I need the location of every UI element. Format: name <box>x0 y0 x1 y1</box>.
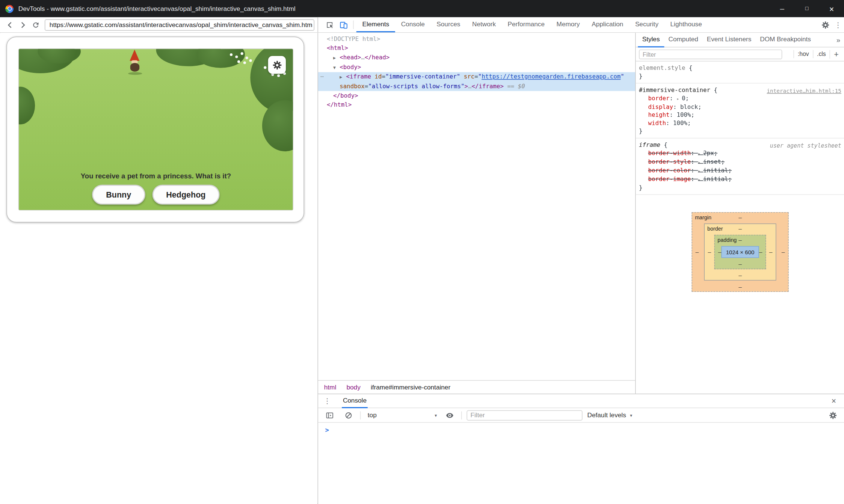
tab-performance[interactable]: Performance <box>502 17 551 32</box>
styles-tab-dom-breakpoints[interactable]: DOM Breakpoints <box>756 33 815 47</box>
breadcrumb-item[interactable]: html <box>324 383 336 391</box>
console-settings-button[interactable] <box>826 409 839 421</box>
margin-bottom-value: – <box>738 284 742 290</box>
new-style-rule-button[interactable]: + <box>830 50 841 59</box>
maximize-button[interactable]: □ <box>794 0 819 17</box>
chevron-down-icon: ▼ <box>434 413 438 417</box>
styles-tab-event-listeners[interactable]: Event Listeners <box>702 33 755 47</box>
forward-icon <box>18 21 26 29</box>
tabbar-separator <box>353 20 353 29</box>
box-model-margin[interactable]: margin – – – – border – – – – padding – <box>692 212 789 292</box>
padding-right-value: – <box>759 249 762 255</box>
element-classes-button[interactable]: .cls <box>813 50 830 58</box>
minimize-button[interactable]: – <box>770 0 794 17</box>
styles-filter-input[interactable] <box>639 49 782 59</box>
console-drawer: ⋮ Console × top ▼ Default levels ▼ <box>318 394 844 504</box>
css-selector[interactable]: element.style <box>639 65 685 72</box>
clear-console-button[interactable] <box>341 409 355 421</box>
drawer-close-button[interactable]: × <box>828 396 840 405</box>
styles-tabs-more-holder: » <box>832 33 844 47</box>
console-sidebar-button[interactable] <box>322 409 336 421</box>
css-selector[interactable]: #immersive-container <box>639 87 710 94</box>
inspect-icon <box>325 21 333 29</box>
css-rule-source[interactable]: interactive…him.html:15 <box>767 87 841 95</box>
live-expression-button[interactable] <box>442 409 456 421</box>
tab-application[interactable]: Application <box>586 17 629 32</box>
tab-sources[interactable]: Sources <box>431 17 467 32</box>
styles-sidebar: StylesComputedEvent ListenersDOM Breakpo… <box>635 33 844 394</box>
drawer-tab-console[interactable]: Console <box>342 394 368 408</box>
dom-tree-row[interactable]: sandbox="allow-scripts allow-forms">…</i… <box>318 82 635 91</box>
back-button[interactable] <box>3 18 16 31</box>
tab-security[interactable]: Security <box>629 17 664 32</box>
answer-button-bunny[interactable]: Bunny <box>92 185 145 205</box>
dom-tree-row[interactable]: </html> <box>318 100 635 109</box>
dom-tree-row[interactable]: ⋯▶<iframe id="immersive-container" src="… <box>318 72 635 82</box>
devtools-window: DevTools - www.gstatic.com/assistant/int… <box>0 0 844 504</box>
css-selector[interactable]: iframe <box>639 142 660 149</box>
tab-network[interactable]: Network <box>466 17 502 32</box>
console-output: > <box>318 423 844 434</box>
dom-tree: <!DOCTYPE html><html>▶<head>…</head>▼<bo… <box>318 35 635 109</box>
bush <box>18 87 35 124</box>
flowers <box>230 53 233 56</box>
answer-button-hedgehog[interactable]: Hedgehog <box>152 185 220 205</box>
border-right-value: – <box>769 249 773 255</box>
margin-left-value: – <box>696 249 699 255</box>
dom-tree-row[interactable]: </body> <box>318 91 635 100</box>
dom-tree-row[interactable]: <html> <box>318 44 635 53</box>
box-model-border-label: border <box>707 226 723 232</box>
css-property[interactable]: width: 100%; <box>639 119 841 127</box>
dom-tree-row[interactable]: ▼<body> <box>318 62 635 72</box>
box-model: margin – – – – border – – – – padding – <box>636 195 844 292</box>
window-controls: – □ × <box>770 0 844 17</box>
reload-icon <box>32 21 39 29</box>
border-left-value: – <box>708 249 711 255</box>
tab-lighthouse[interactable]: Lighthouse <box>664 17 708 32</box>
console-toolbar: top ▼ Default levels ▼ <box>318 408 844 423</box>
address-bar[interactable]: https://www.gstatic.com/assistant/intera… <box>45 19 314 30</box>
gnome-body <box>130 63 139 72</box>
console-prompt[interactable]: > <box>318 427 844 434</box>
drawer-menu-button[interactable]: ⋮ <box>322 397 332 405</box>
log-levels-selector[interactable]: Default levels ▼ <box>587 411 633 419</box>
styles-tab-styles[interactable]: Styles <box>638 33 664 47</box>
dom-tree-row[interactable]: <!DOCTYPE html> <box>318 35 635 44</box>
execution-context-selector[interactable]: top ▼ <box>368 411 438 419</box>
devtools-menu-button[interactable]: ⋮ <box>832 21 844 29</box>
more-tabs-button[interactable]: » <box>832 36 844 44</box>
toolbar-separator <box>360 411 361 419</box>
forward-button[interactable] <box>16 18 29 31</box>
console-filter-input[interactable] <box>467 410 582 420</box>
css-property[interactable]: border-width: ▸ 2px; <box>639 149 841 158</box>
devtools-settings-button[interactable] <box>818 18 832 31</box>
box-model-border[interactable]: border – – – – padding – – – – 1024 × 60… <box>704 223 776 281</box>
device-toolbar-button[interactable] <box>337 18 350 31</box>
inspect-element-button[interactable] <box>322 18 336 31</box>
css-property[interactable]: border: ▸ 0; <box>639 94 841 103</box>
css-property[interactable]: border-style: ▸ inset; <box>639 158 841 166</box>
box-model-padding[interactable]: padding – – – – 1024 × 600 <box>714 235 766 269</box>
tab-memory[interactable]: Memory <box>551 17 586 32</box>
css-property[interactable]: height: 100%; <box>639 111 841 119</box>
device-frame: You receive a pet from a princess. What … <box>6 36 304 222</box>
box-model-content[interactable]: 1024 × 600 <box>721 246 759 258</box>
css-property[interactable]: display: block; <box>639 103 841 111</box>
dom-tree-row[interactable]: ▶<head>…</head> <box>318 53 635 63</box>
toggle-element-state-button[interactable]: :hov <box>793 50 812 58</box>
padding-left-value: – <box>718 249 722 255</box>
devtools-tabbar: ElementsConsoleSourcesNetworkPerformance… <box>318 17 844 32</box>
breadcrumb-item[interactable]: body <box>346 383 360 391</box>
game-settings-button[interactable] <box>268 56 286 74</box>
elements-panel: <!DOCTYPE html><html>▶<head>…</head>▼<bo… <box>318 33 635 380</box>
close-button[interactable]: × <box>819 0 844 17</box>
css-property[interactable]: border-image: ▸ initial; <box>639 175 841 184</box>
styles-tab-computed[interactable]: Computed <box>664 33 702 47</box>
tab-console[interactable]: Console <box>395 17 431 32</box>
breadcrumb-item[interactable]: iframe#immersive-container <box>371 383 450 391</box>
bush <box>196 48 245 68</box>
tab-elements[interactable]: Elements <box>356 17 395 32</box>
reload-button[interactable] <box>29 18 42 31</box>
css-rule: #immersive-container {interactive…him.ht… <box>636 83 844 138</box>
css-property[interactable]: border-color: ▸ initial; <box>639 166 841 175</box>
